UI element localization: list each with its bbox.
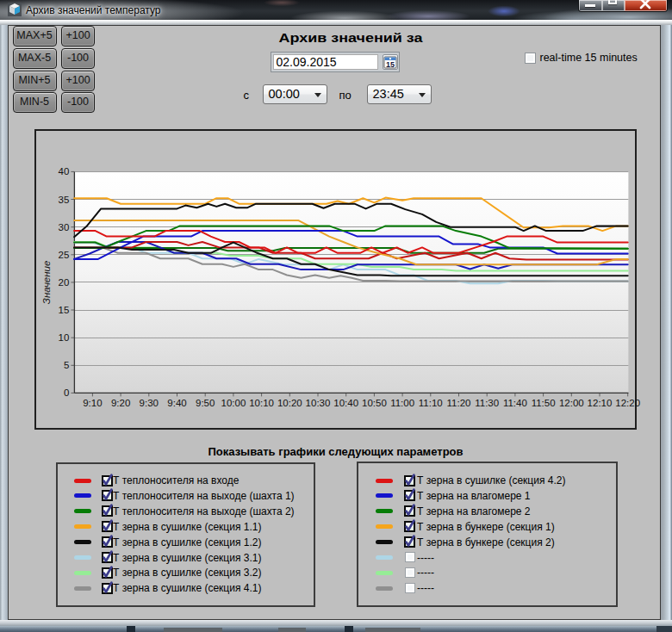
svg-text:10:20: 10:20 <box>277 398 302 408</box>
svg-text:10:50: 10:50 <box>362 398 387 408</box>
svg-text:12:00: 12:00 <box>559 398 584 408</box>
svg-text:11:40: 11:40 <box>503 398 527 408</box>
svg-text:10:10: 10:10 <box>249 398 274 408</box>
svg-text:10:40: 10:40 <box>333 398 358 408</box>
svg-text:11:20: 11:20 <box>447 398 471 408</box>
svg-text:40: 40 <box>59 166 70 177</box>
svg-text:11:30: 11:30 <box>475 398 499 408</box>
svg-text:10: 10 <box>59 332 70 343</box>
svg-text:12:20: 12:20 <box>615 398 640 408</box>
svg-text:10:30: 10:30 <box>306 398 331 408</box>
svg-text:12:10: 12:10 <box>588 398 613 408</box>
svg-text:11:50: 11:50 <box>532 398 556 408</box>
svg-text:10:00: 10:00 <box>221 398 246 408</box>
svg-text:35: 35 <box>59 195 70 205</box>
svg-text:25: 25 <box>59 250 70 260</box>
svg-text:11:00: 11:00 <box>390 398 414 408</box>
svg-text:9:30: 9:30 <box>140 398 159 408</box>
svg-text:9:40: 9:40 <box>167 398 186 408</box>
svg-text:9:20: 9:20 <box>111 398 130 408</box>
svg-text:9:50: 9:50 <box>196 398 215 408</box>
svg-text:15: 15 <box>59 305 70 315</box>
svg-text:20: 20 <box>59 277 70 288</box>
svg-text:30: 30 <box>59 222 70 232</box>
svg-text:Значение: Значение <box>41 261 52 304</box>
svg-text:9:10: 9:10 <box>83 398 102 408</box>
svg-text:0: 0 <box>64 387 69 398</box>
svg-text:15: 15 <box>386 60 395 69</box>
svg-text:11:10: 11:10 <box>419 398 443 408</box>
svg-text:5: 5 <box>64 360 69 370</box>
